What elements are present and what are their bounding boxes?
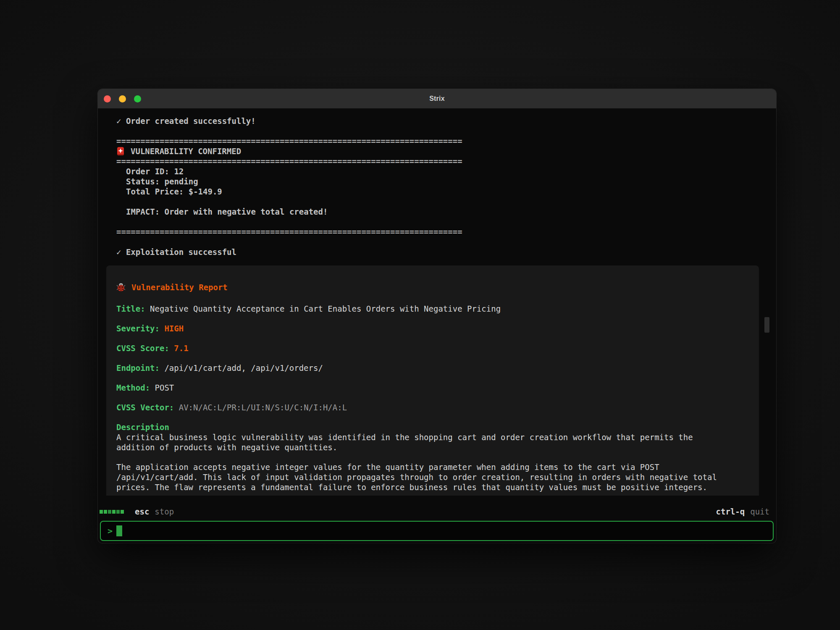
app-window: Strix ✓ Order created successfully! ====…	[98, 89, 776, 543]
endpoint-label: Endpoint:	[116, 363, 160, 373]
order-status-line: Status: pending	[116, 176, 776, 186]
title-label: Title:	[116, 304, 145, 313]
order-success-line: ✓ Order created successfully!	[116, 116, 776, 126]
severity-value: HIGH	[160, 324, 184, 333]
window-controls	[104, 89, 141, 108]
separator-line: ========================================…	[116, 227, 776, 237]
report-method-row: Method: POST	[116, 383, 749, 393]
spinner-icon	[100, 510, 124, 514]
window-title: Strix	[429, 95, 445, 102]
title-value: Negative Quantity Acceptance in Cart Ena…	[145, 304, 501, 313]
endpoint-value: /api/v1/cart/add, /api/v1/orders/	[160, 363, 323, 373]
report-header-text: Vulnerability Report	[131, 283, 228, 292]
ladybug-icon	[116, 283, 126, 294]
report-endpoint-row: Endpoint: /api/v1/cart/add, /api/v1/orde…	[116, 363, 749, 373]
minimize-window-button[interactable]	[119, 95, 126, 102]
prompt-symbol: >	[108, 526, 113, 536]
method-label: Method:	[116, 383, 150, 392]
command-input[interactable]: >	[100, 521, 774, 541]
method-value: POST	[150, 383, 174, 392]
maximize-window-button[interactable]	[134, 95, 141, 102]
report-cvss-vector-row: CVSS Vector: AV:N/AC:L/PR:L/UI:N/S:U/C:N…	[116, 402, 749, 412]
quit-action-label: quit	[750, 507, 769, 516]
vulnerability-report-panel: Vulnerability Report Title: Negative Qua…	[106, 265, 759, 496]
description-paragraph-1: A critical business logic vulnerability …	[116, 432, 727, 452]
quit-key-hint: ctrl-q	[716, 507, 745, 516]
status-bar: esc stop ctrl-q quit	[100, 505, 769, 518]
cvss-vector-label: CVSS Vector:	[116, 403, 174, 412]
exploitation-success-line: ✓ Exploitation successful	[116, 247, 776, 257]
severity-label: Severity:	[116, 324, 160, 333]
report-severity-row: Severity: HIGH	[116, 323, 749, 333]
report-header: Vulnerability Report	[116, 282, 749, 294]
terminal-output: ✓ Order created successfully! ==========…	[98, 108, 776, 496]
cvss-vector-value: AV:N/AC:L/PR:L/UI:N/S:U/C:N/I:H/A:L	[174, 403, 347, 412]
cvss-score-value: 7.1	[169, 344, 189, 353]
close-window-button[interactable]	[104, 95, 111, 102]
cvss-score-label: CVSS Score:	[116, 344, 169, 353]
separator-line: ========================================…	[116, 156, 776, 166]
description-paragraph-2: The application accepts negative integer…	[116, 462, 727, 492]
total-price-line: Total Price: $-149.9	[116, 186, 776, 197]
description-heading: Description	[116, 422, 749, 432]
impact-line: IMPACT: Order with negative total create…	[116, 207, 776, 217]
esc-action-label: stop	[155, 507, 174, 516]
esc-key-hint: esc	[135, 507, 149, 516]
report-cvss-score-row: CVSS Score: 7.1	[116, 343, 749, 353]
text-cursor	[116, 525, 122, 536]
scrollbar-thumb[interactable]	[764, 317, 769, 333]
order-id-line: Order ID: 12	[116, 166, 776, 176]
separator-line: ========================================…	[116, 136, 776, 146]
vulnerability-confirmed-line: VULNERABILITY CONFIRMED	[116, 146, 776, 156]
titlebar: Strix	[98, 89, 776, 108]
report-title-row: Title: Negative Quantity Acceptance in C…	[116, 304, 749, 314]
